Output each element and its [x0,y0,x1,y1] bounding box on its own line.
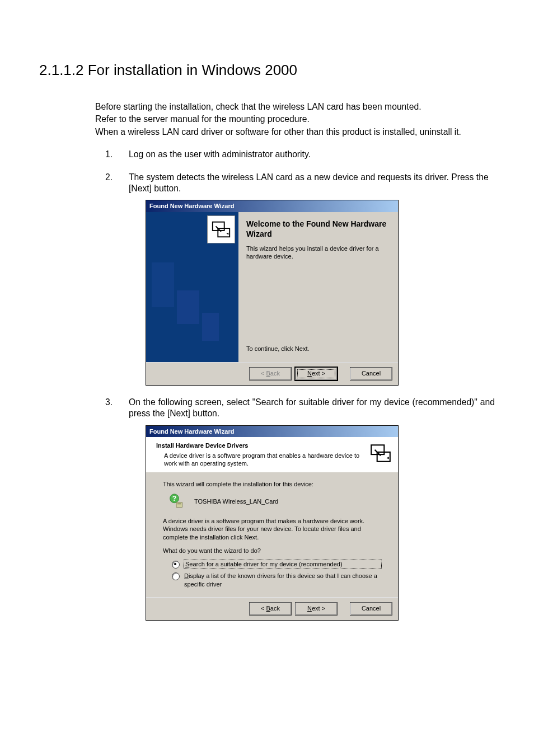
dialog-body-text: This wizard helps you install a device d… [246,245,390,261]
dialog-header-subtitle: A device driver is a software program th… [156,452,369,468]
dialog-titlebar: Found New Hardware Wizard [146,426,398,437]
step-item: 2. The system detects the wireless LAN c… [95,172,495,386]
radio-label: Display a list of the known drivers for … [184,572,381,588]
step-text: Log on as the user with administrator au… [129,149,495,160]
dialog-question: What do you want the wizard to do? [163,547,381,555]
back-button[interactable]: < Back [249,367,292,381]
dialog-heading: Welcome to the Found New Hardware Wizard [246,219,390,239]
step-list: 1. Log on as the user with administrator… [95,149,495,621]
hardware-icon [207,215,235,243]
back-button[interactable]: < Back [249,602,292,616]
step-number: 3. [105,397,113,408]
radio-option-search[interactable]: Search for a suitable driver for my devi… [172,560,381,569]
section-heading: 2.1.1.2 For installation in Windows 2000 [39,62,495,79]
step-item: 3. On the following screen, select "Sear… [95,397,495,621]
next-button[interactable]: Next > [295,602,338,616]
dialog-text: A device driver is a software program th… [163,517,381,541]
dialog-text: This wizard will complete the installati… [163,480,381,488]
radio-icon [172,572,180,580]
body-block: Before starting the installation, check … [95,101,495,621]
device-row: ? TOSHIBA Wireless_LAN_Card [168,494,381,509]
device-name: TOSHIBA Wireless_LAN_Card [194,497,278,505]
dialog-titlebar: Found New Hardware Wizard [146,200,398,212]
dialog-header-title: Install Hardware Device Drivers [156,442,369,449]
radio-icon [172,561,180,569]
wizard-dialog-install-drivers: Found New Hardware Wizard Install Hardwa… [146,425,399,621]
dialog-header: Install Hardware Device Drivers A device… [146,437,398,472]
svg-rect-6 [176,503,182,508]
step-number: 1. [105,149,113,160]
dialog-side-graphic [146,212,238,362]
step-item: 1. Log on as the user with administrator… [95,149,495,160]
radio-label: Search for a suitable driver for my devi… [184,560,381,568]
cancel-button[interactable]: Cancel [350,602,392,616]
step-text: On the following screen, select "Search … [129,397,495,420]
intro-line: When a wireless LAN card driver or softw… [95,126,495,138]
question-device-icon: ? [168,494,184,509]
step-text: The system detects the wireless LAN card… [129,172,495,195]
dialog-content: This wizard will complete the installati… [146,472,398,597]
intro-paragraph: Before starting the installation, check … [95,101,495,138]
dialog-footer: < Back Next > Cancel [146,597,398,620]
dialog-continue-text: To continue, click Next. [246,345,390,353]
cancel-button[interactable]: Cancel [350,367,392,381]
next-button[interactable]: Next > [295,367,338,381]
wizard-dialog-welcome: Found New Hardware Wizard [146,200,399,385]
document-page: 2.1.1.2 For installation in Windows 2000… [0,0,534,756]
svg-rect-7 [177,504,181,505]
hardware-icon [369,442,392,465]
intro-line: Before starting the installation, check … [95,101,495,112]
svg-text:?: ? [172,495,176,503]
step-number: 2. [105,172,113,183]
dialog-footer: < Back Next > Cancel [146,362,398,385]
radio-option-display-list[interactable]: Display a list of the known drivers for … [172,572,381,588]
intro-line: Refer to the server manual for the mount… [95,114,495,125]
